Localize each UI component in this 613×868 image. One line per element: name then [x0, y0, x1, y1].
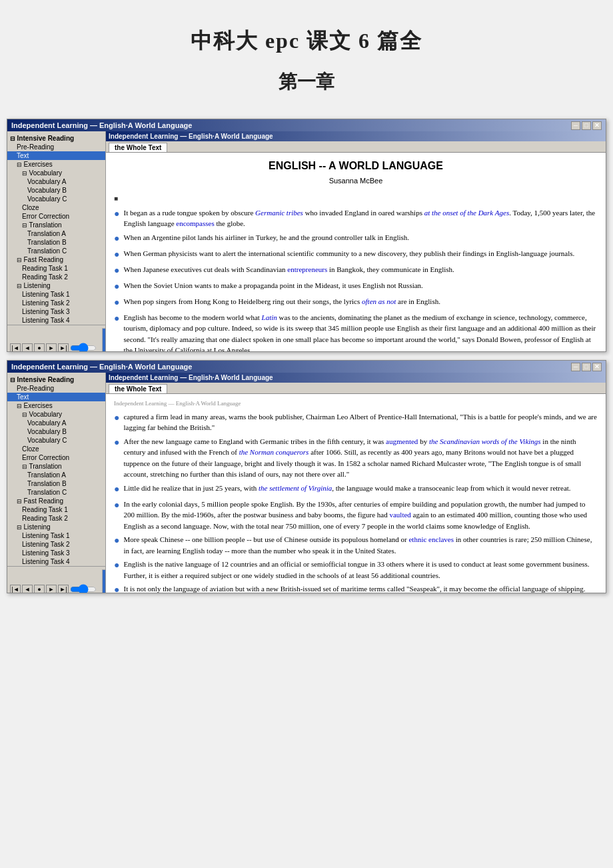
sidebar-listening-task-4[interactable]: Listening Task 4	[7, 316, 105, 325]
link-latin[interactable]: Latin	[262, 313, 277, 321]
win1-bullet-2: ●	[114, 247, 119, 261]
win2-bullet-5: ●	[114, 558, 119, 572]
sidebar-listening-task-2[interactable]: Listening Task 2	[7, 299, 105, 307]
win2-sidebar-reading-task-1[interactable]: Reading Task 1	[7, 505, 105, 514]
link-augmented[interactable]: augmented	[386, 437, 418, 445]
sidebar-reading-task-1[interactable]: Reading Task 1	[7, 264, 105, 273]
win2-para-2: ● Little did he realize that in just 25 …	[114, 483, 598, 496]
sidebar-vocabulary-b[interactable]: Vocabulary B	[7, 186, 105, 195]
sidebar-error-correction[interactable]: Error Correction	[7, 212, 105, 221]
sidebar-listening-task-1[interactable]: Listening Task 1	[7, 290, 105, 299]
win2-tab-whole-text[interactable]: the Whole Text	[109, 384, 167, 393]
win1-close[interactable]: ✕	[592, 121, 602, 130]
link-germanic[interactable]: Germanic tribes	[255, 209, 303, 217]
win1-content-author: Susanna McBee	[114, 175, 598, 187]
sidebar-vocabulary-c[interactable]: Vocabulary C	[7, 195, 105, 203]
win2-sidebar-vocabulary-c[interactable]: Vocabulary C	[7, 436, 105, 445]
win2-sidebar-translation[interactable]: Translation	[7, 462, 105, 471]
win2-sidebar-error-correction[interactable]: Error Correction	[7, 453, 105, 462]
sidebar-listening[interactable]: Listening	[7, 281, 105, 290]
sidebar-cloze[interactable]: Cloze	[7, 203, 105, 212]
win2-sidebar-cloze[interactable]: Cloze	[7, 445, 105, 453]
win2-nav-play[interactable]: ●	[34, 585, 45, 593]
win2-nav-first[interactable]: |◄	[10, 585, 21, 593]
sidebar-reading-task-2[interactable]: Reading Task 2	[7, 273, 105, 281]
win2-tabs: the Whole Text	[106, 383, 606, 394]
nav-play[interactable]: ●	[34, 343, 45, 351]
win2-para-3: ● In the early colonial days, 5 million …	[114, 499, 598, 532]
win2-bullet-2: ●	[114, 482, 119, 496]
nav-last[interactable]: ►|	[58, 343, 69, 351]
link-often-as-not[interactable]: often as not	[362, 297, 396, 305]
link-ethnic-enclaves[interactable]: ethnic enclaves	[408, 535, 454, 543]
win2-sidebar-vocabulary-a[interactable]: Vocabulary A	[7, 419, 105, 427]
win1-nav-icons[interactable]: |◄ ◄ ● ► ►|	[10, 343, 97, 351]
win2-sidebar-translation-b[interactable]: Translation B	[7, 479, 105, 488]
sidebar-fast-reading[interactable]: Fast Reading	[7, 255, 105, 264]
link-norman[interactable]: the Norman conquerors	[239, 448, 309, 456]
win1-bullet-1: ●	[114, 231, 119, 245]
link-vaulted[interactable]: vaulted	[389, 511, 410, 519]
sidebar-translation-c[interactable]: Translation C	[7, 247, 105, 255]
sidebar-pre-reading[interactable]: Pre-Reading	[7, 143, 105, 151]
win1-maximize[interactable]: □	[582, 121, 591, 130]
chapter-title-text: 第一章	[279, 71, 334, 92]
sidebar-translation-b[interactable]: Translation B	[7, 238, 105, 247]
win2-nav-next[interactable]: ►	[46, 585, 57, 593]
nav-slider[interactable]	[70, 345, 97, 351]
link-scandinavian[interactable]: the Scandinavian words of the Vikings	[429, 437, 541, 445]
win1-minimize[interactable]: ─	[571, 121, 580, 130]
win2-sidebar-listening[interactable]: Listening	[7, 523, 105, 531]
win2-sidebar-listening-task-3[interactable]: Listening Task 3	[7, 549, 105, 557]
win2-sidebar-fast-reading[interactable]: Fast Reading	[7, 497, 105, 505]
sidebar-text[interactable]: Text	[7, 151, 105, 160]
win2-bullet-6: ●	[114, 583, 119, 593]
sidebar-translation-a[interactable]: Translation A	[7, 229, 105, 238]
link-virginia[interactable]: the settlement of Virginia	[259, 484, 332, 492]
win2-maximize[interactable]: □	[582, 363, 591, 371]
win2-sidebar: Intensive Reading Pre-Reading Text Exerc…	[7, 373, 106, 593]
win2-bullet-3: ●	[114, 498, 119, 512]
win2-minimize[interactable]: ─	[571, 363, 580, 371]
win2-sidebar-pre-reading[interactable]: Pre-Reading	[7, 384, 105, 393]
sidebar-translation[interactable]: Translation	[7, 221, 105, 229]
win2-sidebar-listening-task-4[interactable]: Listening Task 4	[7, 557, 105, 566]
sidebar-intensive-reading[interactable]: Intensive Reading	[7, 134, 105, 143]
win2-sidebar-listening-task-1[interactable]: Listening Task 1	[7, 531, 105, 540]
win2-nav-last[interactable]: ►|	[58, 585, 69, 593]
page-title-area: 中科大 epc 课文 6 篇全 第一章	[191, 0, 422, 119]
win2-sidebar-vocabulary-b[interactable]: Vocabulary B	[7, 427, 105, 436]
win2-sidebar-listening-task-2[interactable]: Listening Task 2	[7, 540, 105, 549]
sidebar-vocabulary[interactable]: Vocabulary	[7, 169, 105, 177]
win1-para-3: ● When Japanese executives cut deals wit…	[114, 264, 598, 277]
win2-sidebar-translation-a[interactable]: Translation A	[7, 471, 105, 479]
nav-first[interactable]: |◄	[10, 343, 21, 351]
win2-sidebar-text[interactable]: Text	[7, 393, 105, 401]
win2-sidebar-translation-c[interactable]: Translation C	[7, 488, 105, 497]
win1-controls[interactable]: ─ □ ✕	[571, 121, 602, 130]
win2-nav-icons[interactable]: |◄ ◄ ● ► ►|	[10, 585, 97, 593]
page-main-title: 中科大 epc 课文 6 篇全	[191, 27, 422, 56]
win2-nav-prev[interactable]: ◄	[22, 585, 33, 593]
sidebar-exercises[interactable]: Exercises	[7, 160, 105, 169]
win2-sidebar-reading-task-2[interactable]: Reading Task 2	[7, 514, 105, 523]
win2-titlebar: Independent Learning — English·A World L…	[7, 361, 606, 373]
win2-sidebar-vocabulary[interactable]: Vocabulary	[7, 410, 105, 419]
win2-para-5: ● English is the native language of 12 c…	[114, 559, 598, 581]
win2-sidebar-exercises[interactable]: Exercises	[7, 401, 105, 410]
win1-sidebar: Intensive Reading Pre-Reading Text Exerc…	[7, 131, 106, 351]
win2-sidebar-intensive-reading[interactable]: Intensive Reading	[7, 375, 105, 384]
win2-para-4: ● More speak Chinese -- one billion peop…	[114, 534, 598, 556]
link-encompasses[interactable]: encompasses	[176, 219, 214, 227]
nav-next[interactable]: ►	[46, 343, 57, 351]
sidebar-listening-task-3[interactable]: Listening Task 3	[7, 307, 105, 316]
win2-close[interactable]: ✕	[592, 363, 602, 371]
win2-nav-slider[interactable]	[70, 586, 97, 593]
nav-prev[interactable]: ◄	[22, 343, 33, 351]
link-dark-ages[interactable]: at the onset of the Dark Ages	[424, 209, 510, 217]
win2-controls[interactable]: ─ □ ✕	[571, 363, 602, 371]
sidebar-vocabulary-a[interactable]: Vocabulary A	[7, 177, 105, 186]
win2-sidebar-bottom: |◄ ◄ ● ► ►| 返回 完成学习 ►	[7, 566, 105, 593]
win1-tab-whole-text[interactable]: the Whole Text	[109, 143, 167, 152]
link-entrepreneurs[interactable]: entrepreneurs	[287, 265, 327, 273]
